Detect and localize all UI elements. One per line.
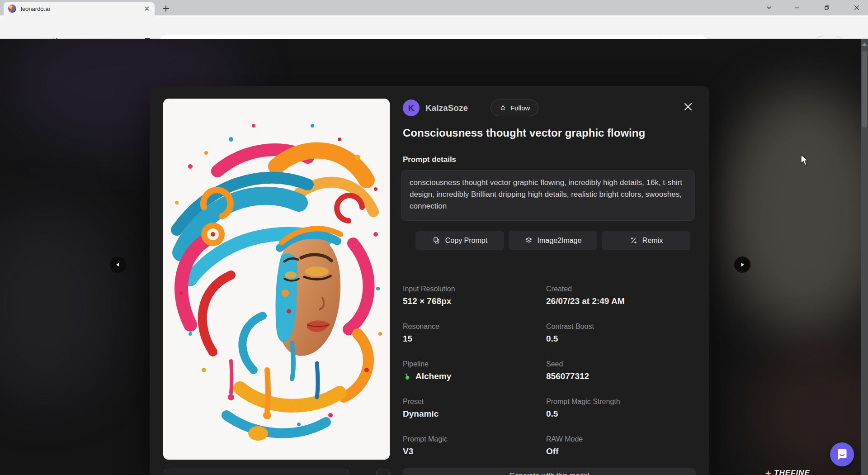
detail-preset: Preset Dynamic	[403, 398, 546, 419]
prompt-text: consciousness thought vector graphic flo…	[410, 177, 686, 212]
scrollbar-thumb[interactable]	[862, 51, 867, 128]
detail-pipeline: Pipeline Alchemy	[403, 360, 546, 381]
thumbnail-partial[interactable]	[376, 469, 390, 475]
star-icon	[499, 104, 507, 112]
generate-button[interactable]: Generate with this model	[403, 468, 696, 475]
image2image-button[interactable]: Image2Image	[509, 231, 597, 250]
artwork-illustration	[163, 99, 390, 460]
chat-launcher-button[interactable]	[830, 442, 854, 466]
thumbnail-strip[interactable]	[164, 469, 349, 475]
page-content: K KaizaSoze Follow Consciousness thought…	[0, 39, 868, 475]
image-title: Consciousness thought vector graphic flo…	[403, 127, 697, 139]
prompt-details-heading: Prompt details	[403, 155, 456, 164]
modal-close-button[interactable]	[682, 101, 694, 113]
detail-seed: Seed 856077312	[546, 360, 697, 381]
tab-search-button[interactable]	[759, 0, 779, 15]
generated-image	[163, 99, 390, 460]
detail-prompt-magic-strength: Prompt Magic Strength 0.5	[546, 398, 697, 419]
detail-prompt-magic: Prompt Magic V3	[403, 435, 546, 456]
tab-close-icon[interactable]	[144, 5, 150, 12]
close-icon	[683, 101, 693, 112]
window-close-button[interactable]	[846, 0, 867, 15]
layers-icon	[524, 236, 533, 245]
image-detail-modal: K KaizaSoze Follow Consciousness thought…	[150, 86, 709, 475]
mouse-cursor	[800, 154, 809, 169]
remix-icon	[629, 236, 638, 245]
chevron-left-icon	[115, 261, 121, 268]
action-buttons-row: Copy Prompt Image2Image Remix	[415, 231, 690, 250]
tab-title: leonardo.ai	[21, 5, 144, 12]
remix-button[interactable]: Remix	[602, 231, 690, 250]
detail-resonance: Resonance 15	[403, 323, 546, 344]
username[interactable]: KaizaSoze	[425, 103, 468, 113]
follow-label: Follow	[510, 104, 530, 112]
background-blur-blob	[723, 89, 868, 333]
detail-input-resolution: Input Resolution 512 × 768px	[403, 285, 546, 306]
new-tab-button[interactable]	[159, 2, 173, 15]
leonardo-favicon-icon	[8, 5, 16, 13]
minimize-button[interactable]	[787, 0, 807, 15]
detail-contrast-boost: Contrast Boost 0.5	[546, 323, 697, 344]
copy-prompt-button[interactable]: Copy Prompt	[415, 231, 504, 250]
spark-icon	[765, 470, 772, 475]
maximize-restore-button[interactable]	[816, 0, 837, 15]
scroll-up-arrow-icon[interactable]	[862, 43, 867, 46]
chevron-right-icon	[739, 261, 745, 268]
page-scrollbar[interactable]	[861, 39, 868, 475]
tab-strip: leonardo.ai	[0, 0, 868, 15]
follow-button[interactable]: Follow	[491, 100, 538, 116]
prev-image-button[interactable]	[110, 256, 126, 273]
details-grid: Input Resolution 512 × 768px Created 26/…	[403, 285, 697, 456]
copy-icon	[432, 236, 441, 245]
watermark: THEFINE	[765, 469, 810, 475]
prompt-text-box: consciousness thought vector graphic flo…	[401, 170, 695, 221]
detail-raw-mode: RAW Mode Off	[546, 435, 697, 456]
browser-toolbar: app.leonardo.ai	[0, 15, 868, 39]
background-blur-blob	[0, 211, 118, 401]
alchemy-flask-icon	[402, 371, 413, 382]
next-image-button[interactable]	[734, 256, 750, 273]
detail-created: Created 26/07/23 at 2:49 AM	[546, 285, 697, 306]
browser-tab[interactable]: leonardo.ai	[4, 2, 155, 15]
avatar[interactable]: K	[403, 100, 420, 116]
chat-bubble-icon	[836, 448, 848, 461]
